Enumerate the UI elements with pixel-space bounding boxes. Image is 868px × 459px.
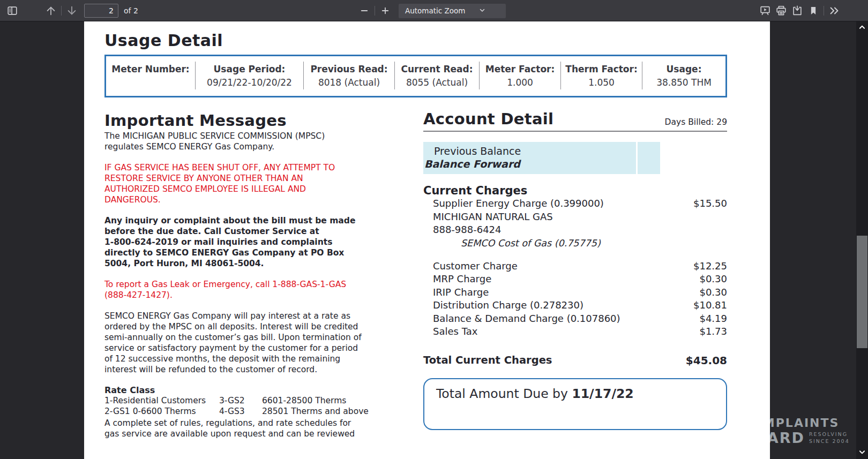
sidebar-toggle-icon [6, 5, 18, 17]
vertical-scrollbar[interactable] [856, 21, 868, 459]
arrow-down-icon [66, 5, 78, 17]
total-current-charges-row: Total Current Charges $45.08 [423, 354, 727, 367]
toolbar-right-group [757, 0, 842, 21]
table-col-therm-factor: Therm Factor: 1.050 [560, 62, 642, 89]
print-button[interactable] [773, 3, 789, 18]
pdf-page: Usage Detail Meter Number: Usage Period:… [84, 21, 770, 459]
current-charges-title: Current Charges [423, 184, 727, 197]
toolbar-separator [61, 6, 62, 16]
toolbar-left-group: of 2 [0, 3, 138, 18]
days-billed-label: Days Billed: 29 [665, 117, 727, 127]
charge-row: MRP Charge $0.30 [423, 273, 727, 286]
paragraph-gas-leak: To report a Gas Leak or Emergency, call … [104, 279, 383, 300]
rate-class-title: Rate Class [104, 385, 383, 395]
arrow-up-icon [45, 5, 57, 17]
table-col-previous-read: Previous Read: 8018 (Actual) [303, 62, 394, 89]
table-col-current-read: Current Read: 8055 (Actual) [394, 62, 479, 89]
sidebar-toggle-button[interactable] [4, 3, 20, 18]
previous-page-button[interactable] [43, 3, 59, 18]
page-number-input[interactable] [84, 4, 118, 18]
table-col-meter-number: Meter Number: [106, 62, 195, 89]
double-chevron-right-icon [828, 5, 840, 17]
zoom-out-button[interactable] [356, 3, 372, 18]
account-detail-section: Account Detail Days Billed: 29 Previous … [423, 111, 727, 439]
printer-icon [775, 5, 787, 17]
toolbar-separator [824, 6, 824, 16]
previous-balance-label: Previous Balance [423, 145, 636, 157]
balance-forward-box: Previous Balance Balance Forward [423, 142, 660, 174]
paragraph-inquiry: Any inquiry or complaint about the bill … [104, 215, 383, 269]
presentation-icon [759, 5, 771, 17]
rate-class-table: 1-Residential Customers 3-GS2 6601-28500… [104, 395, 383, 417]
paragraph-interest: SEMCO ENERGY Gas Company will pay intere… [104, 311, 383, 375]
paragraph-shutoff-warning: IF GAS SERVICE HAS BEEN SHUT OFF, ANY AT… [104, 162, 383, 205]
charge-row: IRIP Charge $0.30 [423, 286, 727, 299]
download-icon [791, 5, 803, 17]
zoom-select-value: Automatic Zoom [405, 6, 465, 15]
chevron-up-icon [858, 23, 866, 33]
account-detail-header: Account Detail Days Billed: 29 [423, 111, 727, 132]
charge-row: Supplier Energy Charge (0.399000) $15.50 [423, 197, 727, 210]
save-button[interactable] [789, 3, 805, 18]
chevron-down-icon [858, 448, 866, 458]
supplier-phone-row: 888-988-6424 [423, 223, 727, 237]
table-col-usage-period: Usage Period: 09/21/22-10/20/22 [195, 62, 303, 89]
total-amount-due-box: Total Amount Due by 11/17/22 [423, 378, 727, 430]
pdf-toolbar: of 2 Automatic Zoom [0, 0, 868, 21]
table-col-usage: Usage: 38.850 THM [642, 62, 725, 89]
toolbar-separator [375, 6, 375, 16]
due-date: 11/17/22 [572, 386, 633, 401]
important-messages-section: Important Messages The MICHIGAN PUBLIC S… [104, 111, 383, 439]
balance-forward-label: Balance Forward [423, 157, 636, 170]
account-detail-title: Account Detail [423, 111, 553, 127]
zoom-level-select[interactable]: Automatic Zoom [399, 4, 506, 18]
bookmark-icon [808, 5, 819, 16]
charge-row: Sales Tax $1.73 [423, 325, 727, 338]
tools-menu-button[interactable] [826, 3, 842, 18]
page-count-label: of 2 [124, 6, 138, 15]
pdf-viewer-area: COMPLAINTS BOARD RESOLVINGSINCE 2004 Usa… [0, 21, 868, 459]
table-col-meter-factor: Meter Factor: 1.000 [479, 62, 560, 89]
paragraph-mpsc: The MICHIGAN PUBLIC SERVICE COMMISSION (… [104, 131, 383, 152]
charge-row: Customer Charge $12.25 [423, 260, 727, 273]
scrollbar-thumb[interactable] [857, 236, 867, 348]
toolbar-zoom-group: Automatic Zoom [356, 0, 506, 21]
due-label: Total Amount Due by [436, 386, 572, 401]
plus-icon [380, 6, 390, 16]
presentation-mode-button[interactable] [757, 3, 773, 18]
minus-icon [360, 6, 369, 16]
watermark-tagline: RESOLVINGSINCE 2004 [809, 431, 850, 445]
charge-row: Distribution Charge (0.278230) $10.81 [423, 299, 727, 312]
usage-detail-title: Usage Detail [104, 31, 770, 50]
charge-row: Balance & Demand Charge (0.107860) $4.19 [423, 312, 727, 326]
usage-detail-table: Meter Number: Usage Period: 09/21/22-10/… [104, 55, 727, 97]
balance-amount-cell [638, 142, 660, 174]
supplier-company-row: MICHIGAN NATURAL GAS [423, 210, 727, 224]
paragraph-rules: A complete set of rules, regulations, an… [104, 418, 383, 439]
next-page-button[interactable] [64, 3, 80, 18]
current-view-button[interactable] [805, 3, 821, 18]
important-messages-title: Important Messages [104, 111, 383, 130]
semco-cost-of-gas-row: SEMCO Cost of Gas (0.75775) [423, 237, 727, 250]
chevron-down-icon [479, 6, 485, 15]
scroll-up-button[interactable] [856, 22, 868, 33]
zoom-in-button[interactable] [377, 3, 393, 18]
scroll-down-button[interactable] [856, 447, 868, 458]
